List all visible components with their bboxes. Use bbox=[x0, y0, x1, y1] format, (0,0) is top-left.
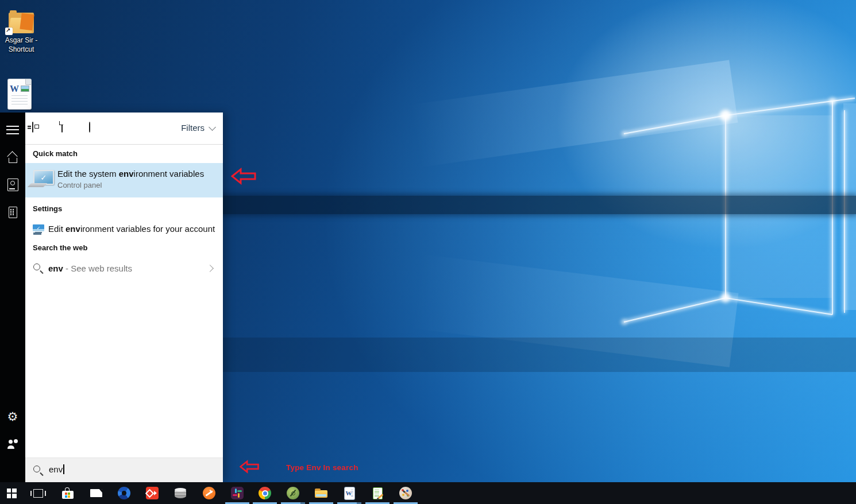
filters-label: Filters bbox=[181, 123, 205, 133]
taskbar-task-view[interactable] bbox=[25, 482, 51, 504]
red-diamond-app-icon bbox=[146, 487, 159, 499]
word-icon bbox=[345, 487, 354, 499]
gear-icon: ⚙ bbox=[7, 411, 18, 423]
red-arrow-annotation-search bbox=[240, 458, 259, 475]
search-filter-bar: Filters bbox=[25, 113, 223, 145]
taskbar bbox=[0, 482, 856, 504]
file-explorer-icon bbox=[315, 490, 327, 498]
search-results-panel: Filters Quick match Edit the system envi… bbox=[25, 113, 223, 482]
notebook-icon bbox=[7, 179, 18, 191]
database-stack-icon bbox=[175, 489, 186, 498]
search-icon bbox=[33, 466, 44, 476]
windows-logo-icon bbox=[7, 489, 17, 498]
mail-icon bbox=[90, 489, 102, 497]
result-see-web-results[interactable]: env - See web results bbox=[25, 258, 223, 279]
taskbar-postman[interactable] bbox=[196, 482, 222, 504]
red-arrow-annotation-result bbox=[231, 168, 256, 185]
result-edit-environment-variables-account[interactable]: Edit environment variables for your acco… bbox=[25, 219, 223, 240]
desktop-icon-label: Asgar Sir - Shortcut bbox=[2, 36, 40, 54]
microsoft-store-icon bbox=[62, 491, 74, 499]
apps-filter-icon[interactable] bbox=[32, 122, 33, 133]
taskbar-blue-app[interactable] bbox=[111, 482, 137, 504]
filters-dropdown[interactable]: Filters bbox=[181, 123, 215, 133]
notebook-button[interactable] bbox=[0, 172, 25, 197]
result-title: Edit the system environment variables bbox=[57, 169, 204, 179]
word-document-icon bbox=[8, 79, 31, 109]
chevron-down-icon bbox=[209, 123, 216, 131]
devices-button[interactable] bbox=[0, 200, 25, 225]
search-input-value: env bbox=[49, 464, 64, 474]
taskbar-notepad-plus-plus[interactable] bbox=[365, 482, 390, 504]
taskbar-file-explorer[interactable] bbox=[309, 482, 334, 504]
taskbar-slack[interactable] bbox=[225, 482, 250, 504]
slack-icon bbox=[231, 487, 244, 499]
windows-desktop: Asgar Sir - Shortcut ⚙ Filters Quick mat… bbox=[0, 0, 856, 504]
web-filter-icon[interactable] bbox=[89, 122, 90, 133]
search-input[interactable]: env bbox=[25, 458, 223, 482]
section-header-quick-match: Quick match bbox=[25, 149, 223, 158]
postman-icon bbox=[203, 487, 215, 499]
settings-button[interactable]: ⚙ bbox=[0, 404, 25, 429]
search-icon bbox=[33, 263, 44, 274]
taskbar-paint[interactable] bbox=[393, 482, 418, 504]
taskbar-red-app[interactable] bbox=[140, 482, 165, 504]
chrome-icon bbox=[259, 487, 271, 499]
taskbar-android-studio[interactable] bbox=[280, 482, 306, 504]
taskbar-start[interactable] bbox=[0, 482, 24, 504]
documents-filter-icon[interactable] bbox=[61, 122, 63, 133]
desktop-icon-folder-shortcut[interactable]: Asgar Sir - Shortcut bbox=[2, 13, 40, 54]
taskbar-mail[interactable] bbox=[83, 482, 109, 504]
taskbar-database-app[interactable] bbox=[168, 482, 193, 504]
home-button[interactable] bbox=[0, 145, 25, 170]
android-studio-icon bbox=[287, 487, 299, 499]
paint-icon bbox=[399, 487, 412, 499]
web-result-text: env - See web results bbox=[48, 263, 132, 273]
folder-icon bbox=[9, 13, 34, 33]
hamburger-icon bbox=[6, 126, 19, 134]
taskbar-chrome[interactable] bbox=[252, 482, 277, 504]
document-thumbnail bbox=[21, 86, 29, 92]
section-header-settings: Settings bbox=[25, 204, 223, 213]
home-icon bbox=[7, 152, 18, 163]
notepad-plus-plus-icon bbox=[373, 487, 383, 499]
devices-icon bbox=[9, 207, 17, 218]
feedback-icon bbox=[7, 439, 18, 449]
settings-monitor-icon bbox=[33, 224, 44, 235]
chevron-right-icon bbox=[206, 265, 214, 272]
result-title: Edit environment variables for your acco… bbox=[48, 224, 215, 234]
desktop-icon-word-document[interactable] bbox=[5, 79, 34, 109]
text-caret bbox=[63, 464, 64, 474]
blue-ring-app-icon bbox=[118, 487, 130, 499]
keyboard-icon bbox=[28, 183, 48, 187]
taskbar-word[interactable] bbox=[337, 482, 362, 504]
result-subtitle: Control panel bbox=[57, 181, 204, 189]
result-text: Edit the system environment variables Co… bbox=[57, 169, 204, 189]
search-flyout-rail: ⚙ bbox=[0, 113, 25, 482]
system-properties-icon bbox=[32, 170, 54, 185]
shortcut-arrow-icon bbox=[5, 28, 13, 35]
section-header-search-the-web: Search the web bbox=[25, 243, 223, 252]
annotation-note: Type Env In search bbox=[286, 463, 358, 472]
taskbar-store[interactable] bbox=[55, 482, 80, 504]
menu-button[interactable] bbox=[0, 117, 25, 142]
result-edit-system-environment-variables[interactable]: Edit the system environment variables Co… bbox=[25, 163, 223, 197]
task-view-icon bbox=[33, 489, 43, 498]
feedback-button[interactable] bbox=[0, 432, 25, 457]
